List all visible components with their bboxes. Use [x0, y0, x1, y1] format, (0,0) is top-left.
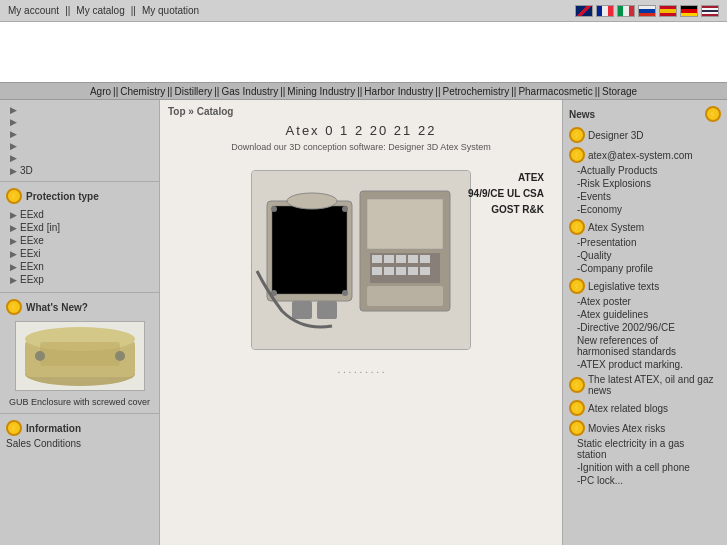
right-sub-item-19[interactable]: Static electricity in a gas station [563, 437, 727, 461]
right-section-17[interactable]: ⚡Atex related blogs [563, 397, 727, 417]
flag-de[interactable] [680, 5, 698, 17]
svg-rect-3 [40, 342, 120, 366]
protection-eexe[interactable]: ▶EExe [6, 234, 153, 247]
right-sub-item-11[interactable]: -Atex poster [563, 295, 727, 308]
right-section-18[interactable]: ⚡Movies Atex risks [563, 417, 727, 437]
svg-rect-23 [372, 267, 382, 275]
sales-conditions-link[interactable]: Sales Conditions [6, 438, 153, 449]
svg-point-12 [342, 290, 348, 296]
nav-sep6: || [435, 86, 440, 97]
svg-rect-24 [384, 267, 394, 275]
nav-item-arrow1[interactable]: ▶ [6, 104, 153, 116]
right-section-6[interactable]: ⚡Atex System [563, 216, 727, 236]
protection-eexn[interactable]: ▶EExn [6, 260, 153, 273]
nav-bar: Agro || Chemistry || Distillery || Gas I… [0, 82, 727, 100]
nav-mining[interactable]: Mining Industry [287, 86, 355, 97]
product-bottom-dots: . . . . . . . . . [168, 364, 554, 375]
nav-sep4: || [280, 86, 285, 97]
right-sub-item-2[interactable]: -Actually Products [563, 164, 727, 177]
atex-icon-right-1: ⚡ [569, 147, 585, 163]
svg-point-9 [271, 206, 277, 212]
whats-new-section: ⚡ What's New? GUB Enclosure with screwed… [0, 293, 159, 414]
right-section-1[interactable]: ⚡atex@atex-system.com [563, 144, 727, 164]
right-sub-item-21[interactable]: -PC lock... [563, 474, 727, 487]
svg-point-10 [342, 206, 348, 212]
atex-icon-right-18: ⚡ [569, 420, 585, 436]
gub-enclosure-svg [20, 324, 140, 389]
nav-chemistry[interactable]: Chemistry [120, 86, 165, 97]
atex-icon-right-17: ⚡ [569, 400, 585, 416]
nav-item-arrow3[interactable]: ▶ [6, 128, 153, 140]
right-sub-item-15[interactable]: -ATEX product marking. [563, 358, 727, 371]
nav-gas[interactable]: Gas Industry [221, 86, 278, 97]
nav-harbor[interactable]: Harbor Industry [364, 86, 433, 97]
cert-labels: ATEX 94/9/CE UL CSA GOST R&K [468, 170, 544, 218]
svg-rect-26 [408, 267, 418, 275]
whats-new-image [15, 321, 145, 391]
header-white-space [0, 22, 727, 82]
svg-rect-22 [420, 255, 430, 263]
right-sub-item-4[interactable]: -Events [563, 190, 727, 203]
flag-it[interactable] [617, 5, 635, 17]
product-image [251, 170, 471, 350]
right-section-16[interactable]: ⚡The latest ATEX, oil and gaz news [563, 371, 727, 397]
right-sub-item-3[interactable]: -Risk Explosions [563, 177, 727, 190]
right-sub-item-14[interactable]: New references of harmonised standards [563, 334, 727, 358]
right-sub-item-8[interactable]: -Quality [563, 249, 727, 262]
flag-ru[interactable] [638, 5, 656, 17]
my-catalog-link[interactable]: My catalog [76, 5, 124, 16]
svg-rect-13 [292, 301, 312, 319]
nav-sep8: || [595, 86, 600, 97]
atex-icon-news: ⚡ [705, 106, 721, 122]
svg-rect-14 [317, 301, 337, 319]
protection-eexp[interactable]: ▶EExp [6, 273, 153, 286]
protection-eexi[interactable]: ▶EExi [6, 247, 153, 260]
right-sub-item-13[interactable]: -Directive 2002/96/CE [563, 321, 727, 334]
news-header: News ⚡ [563, 104, 727, 124]
svg-rect-16 [367, 199, 443, 249]
flag-fr[interactable] [596, 5, 614, 17]
my-quotation-link[interactable]: My quotation [142, 5, 199, 16]
top-bar: My account || My catalog || My quotation [0, 0, 727, 22]
protection-eexd-in[interactable]: ▶EExd [in] [6, 221, 153, 234]
nav-item-arrow4[interactable]: ▶ [6, 140, 153, 152]
info-header: ⚡ Information [6, 418, 153, 438]
atex-icon-right-6: ⚡ [569, 219, 585, 235]
nav-sep3: || [214, 86, 219, 97]
right-sub-item-20[interactable]: -Ignition with a cell phone [563, 461, 727, 474]
flag-uk[interactable] [575, 5, 593, 17]
nav-distillery[interactable]: Distillery [174, 86, 212, 97]
nav-item-3d[interactable]: ▶3D [6, 164, 153, 177]
product-image-container [251, 170, 471, 350]
nav-sep2: || [167, 86, 172, 97]
product-svg [252, 171, 471, 350]
top-bar-links: My account || My catalog || My quotation [8, 5, 199, 16]
nav-item-arrow5[interactable]: ▶ [6, 152, 153, 164]
nav-storage[interactable]: Storage [602, 86, 637, 97]
my-account-link[interactable]: My account [8, 5, 59, 16]
flag-es[interactable] [659, 5, 677, 17]
nav-pharma[interactable]: Pharmacosmetic [518, 86, 592, 97]
nav-sep5: || [357, 86, 362, 97]
atex-title: Atex 0 1 2 20 21 22 [168, 123, 554, 138]
language-flags [575, 5, 719, 17]
main-layout: ▶ ▶ ▶ ▶ ▶ ▶3D ⚡ Protection type ▶EExd ▶E… [0, 100, 727, 545]
atex-icon-protection: ⚡ [6, 188, 22, 204]
svg-point-4 [35, 351, 45, 361]
flag-th[interactable] [701, 5, 719, 17]
svg-rect-28 [367, 286, 443, 306]
protection-eexd[interactable]: ▶EExd [6, 208, 153, 221]
right-sub-item-5[interactable]: -Economy [563, 203, 727, 216]
nav-petro[interactable]: Petrochemistry [442, 86, 509, 97]
right-section-10[interactable]: ⚡Legislative texts [563, 275, 727, 295]
cert-94: 94/9/CE UL CSA [468, 186, 544, 202]
right-section-0[interactable]: ⚡Designer 3D [563, 124, 727, 144]
svg-point-29 [287, 193, 337, 209]
whats-new-caption: GUB Enclosure with screwed cover [6, 395, 153, 409]
right-sub-item-7[interactable]: -Presentation [563, 236, 727, 249]
nav-item-arrow2[interactable]: ▶ [6, 116, 153, 128]
right-sub-item-12[interactable]: -Atex guidelines [563, 308, 727, 321]
nav-agro[interactable]: Agro [90, 86, 111, 97]
right-sub-item-9[interactable]: -Company profile [563, 262, 727, 275]
cert-gost: GOST R&K [468, 202, 544, 218]
